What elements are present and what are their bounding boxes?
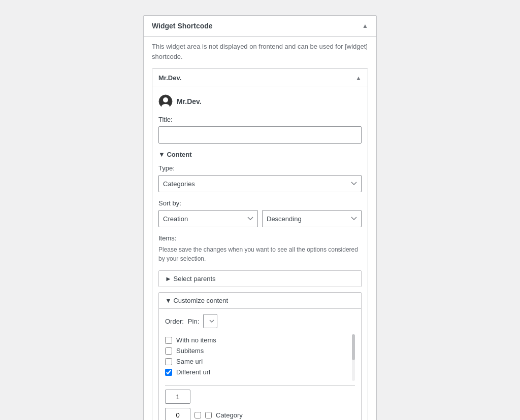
- title-form-group: Title:: [158, 116, 362, 144]
- number-row-1: [165, 390, 355, 404]
- sort-row: Creation Name Count Descending Ascending: [158, 210, 362, 227]
- widget-body: Mr.Dev. Title: ▼ Content Type: Categorie…: [152, 87, 368, 420]
- widget-panel-collapse-button[interactable]: ▲: [362, 22, 368, 29]
- sort-form-group: Sort by: Creation Name Count Descending …: [158, 199, 362, 227]
- checkbox-row-different-url: Different url: [165, 368, 350, 376]
- items-form-group: Items: Please save the changes when you …: [158, 234, 362, 263]
- customize-content-section: ▼ Customize content Order: Pin:: [158, 292, 362, 420]
- widget-panel-title: Widget Shortcode: [152, 22, 213, 30]
- with-no-items-label: With no items: [176, 336, 216, 344]
- sub-panel-title: Mr.Dev.: [158, 74, 181, 82]
- order-label: Order:: [165, 318, 184, 325]
- widget-description: This widget area is not displayed on fro…: [144, 37, 376, 68]
- widget-display-name: Mr.Dev.: [177, 97, 202, 106]
- with-no-items-checkbox[interactable]: [165, 337, 172, 344]
- category-label: Category: [216, 411, 243, 419]
- checkboxes-wrapper: With no items Subitems Same url: [165, 334, 355, 381]
- select-parents-label: ► Select parents: [165, 275, 216, 283]
- type-form-group: Type: Categories Tags Custom: [158, 164, 362, 192]
- type-select[interactable]: Categories Tags Custom: [158, 175, 362, 192]
- sub-panel-header[interactable]: Mr.Dev. ▲: [152, 69, 368, 87]
- mrdev-avatar-icon: [158, 94, 173, 109]
- number-input-2[interactable]: [165, 408, 190, 420]
- svg-point-1: [163, 97, 168, 102]
- page-wrapper: Widget Shortcode ▲ This widget area is n…: [143, 15, 377, 420]
- checkbox-row-same-url: Same url: [165, 358, 350, 365]
- subitems-label: Subitems: [176, 347, 204, 355]
- sort-field-select[interactable]: Creation Name Count: [158, 210, 258, 227]
- title-label: Title:: [158, 116, 362, 123]
- divider: [165, 385, 355, 386]
- scrollbar-thumb[interactable]: [352, 334, 355, 360]
- sort-label: Sort by:: [158, 199, 362, 207]
- items-label: Items:: [158, 234, 362, 242]
- select-parents-section: ► Select parents: [158, 270, 362, 287]
- content-section-toggle[interactable]: ▼ Content: [158, 151, 362, 158]
- customize-content-label: ▼ Customize content: [165, 297, 228, 304]
- type-label: Type:: [158, 164, 362, 172]
- same-url-checkbox[interactable]: [165, 358, 172, 365]
- customize-content-toggle[interactable]: ▼ Customize content: [159, 293, 361, 308]
- widget-panel: Widget Shortcode ▲ This widget area is n…: [143, 15, 377, 420]
- pin-label: Pin:: [188, 318, 199, 325]
- different-url-label: Different url: [176, 368, 210, 376]
- subitems-checkbox[interactable]: [165, 347, 172, 355]
- same-url-label: Same url: [176, 358, 203, 365]
- widget-panel-header: Widget Shortcode ▲: [144, 16, 376, 37]
- widget-icon-row: Mr.Dev.: [158, 94, 362, 109]
- select-parents-toggle[interactable]: ► Select parents: [159, 271, 361, 287]
- order-pin-row: Order: Pin:: [165, 314, 355, 328]
- category-checkbox-1[interactable]: [194, 412, 201, 418]
- number-input-1[interactable]: [165, 390, 190, 404]
- checkboxes-section: With no items Subitems Same url: [165, 334, 350, 381]
- customize-body: Order: Pin: With no items: [159, 308, 361, 420]
- sub-panel-collapse-button[interactable]: ▲: [355, 75, 362, 82]
- sort-direction-select[interactable]: Descending Ascending: [262, 210, 362, 227]
- checkbox-row-subitems: Subitems: [165, 347, 350, 355]
- sub-panel: Mr.Dev. ▲ Mr.Dev. Title:: [152, 68, 368, 420]
- pin-select[interactable]: [203, 314, 217, 328]
- title-input[interactable]: [158, 126, 362, 144]
- help-text: Please save the changes when you want to…: [158, 245, 362, 263]
- checkbox-row-with-no-items: With no items: [165, 336, 350, 344]
- category-row: Category: [165, 408, 355, 420]
- different-url-checkbox[interactable]: [165, 369, 172, 376]
- category-checkbox-2[interactable]: [205, 412, 212, 418]
- scrollbar-track: [352, 334, 355, 381]
